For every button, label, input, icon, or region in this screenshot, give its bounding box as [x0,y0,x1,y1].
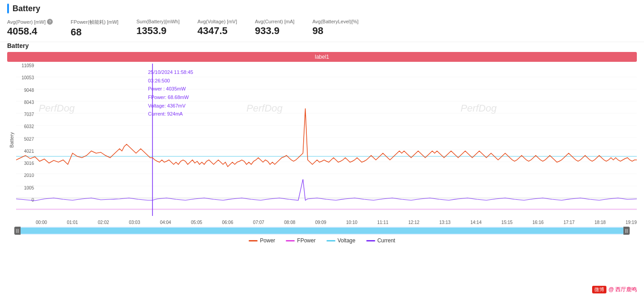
x-tick: 07:07 [253,220,264,225]
stat-value: 4347.5 [198,25,237,37]
info-icon[interactable]: ? [47,19,53,25]
y-axis-label-container: Battery [7,64,16,216]
stat-value: 98 [312,25,358,37]
stat-label: Sum(Battery)[mWh] [136,19,180,24]
x-tick: 05:05 [191,220,202,225]
scrollbar[interactable]: ||| ||| [14,227,630,235]
label-bar: label1 [7,52,637,62]
legend-label: FPower [297,237,315,244]
stat-value: 933.9 [255,25,294,37]
stat-item: Sum(Battery)[mWh]1353.9 [136,19,180,37]
x-tick: 10:10 [346,220,357,225]
chart-inner: 1105910053904880437037603250274021301620… [16,64,637,216]
x-tick: 18:18 [594,220,606,225]
stat-label: FPower(帧能耗) [mW] [71,19,119,26]
x-tick: 13:13 [439,220,450,225]
scrollbar-right-handle[interactable]: ||| [623,227,630,235]
title-accent [7,4,9,13]
x-tick: 08:08 [284,220,295,225]
x-tick: 12:12 [408,220,419,225]
weibo-watermark: 微博 @ 西厅鹿鸣 [592,286,637,293]
chart-outer: PerfDog PerfDog PerfDog Battery label1 B… [7,42,637,244]
x-tick: 19:19 [626,220,637,225]
stat-label: Avg(Power) [mW]? [7,19,53,25]
title-bar: Battery [7,4,637,13]
legend-label: Power [260,237,275,244]
stat-item: Avg(Current) [mA]933.9 [255,19,294,37]
x-tick: 02:02 [98,220,109,225]
stat-item: FPower(帧能耗) [mW]68 [71,19,119,38]
scrollbar-track[interactable] [21,228,623,234]
stats-row: Avg(Power) [mW]?4058.4FPower(帧能耗) [mW]68… [7,17,637,40]
stat-value: 1353.9 [136,25,180,37]
x-tick: 11:11 [377,220,388,225]
scrollbar-left-handle[interactable]: ||| [14,227,21,235]
header-section: Battery Avg(Power) [mW]?4058.4FPower(帧能耗… [0,0,644,42]
page: Battery Avg(Power) [mW]?4058.4FPower(帧能耗… [0,0,644,297]
legend-color [286,240,295,241]
legend-item: Voltage [326,237,356,244]
x-tick: 14:14 [470,220,482,225]
stat-item: Avg(BatteryLevel)[%]98 [312,19,358,37]
chart-svg-area: 25/10/2024 11:58:45 03:26:500 Power : 40… [16,64,637,216]
chart-legend: PowerFPowerVoltageCurrent [7,237,637,244]
legend-item: Power [249,237,275,244]
chart-wrapper: Battery 11059100539048804370376032502740… [7,64,637,216]
x-tick: 06:06 [222,220,233,225]
stat-label: Avg(BatteryLevel)[%] [312,19,358,24]
stat-value: 68 [71,26,119,38]
x-tick: 17:17 [564,220,575,225]
legend-label: Current [377,237,395,244]
chart-title: Battery [7,42,637,49]
x-tick: 04:04 [160,220,171,225]
stat-item: Avg(Voltage) [mV]4347.5 [198,19,237,37]
x-tick: 15:15 [501,220,513,225]
x-tick: 16:16 [533,220,544,225]
legend-item: Current [366,237,395,244]
x-tick: 00:00 [36,220,47,225]
page-title: Battery [13,4,40,13]
x-tick: 03:03 [129,220,140,225]
x-tick: 09:09 [315,220,326,225]
stat-label: Avg(Voltage) [mV] [198,19,237,24]
stat-label: Avg(Current) [mA] [255,19,294,24]
stat-value: 4058.4 [7,26,53,37]
x-axis: 00:0001:0102:0203:0304:0405:0506:0607:07… [36,220,637,225]
legend-label: Voltage [338,237,356,244]
legend-item: FPower [286,237,315,244]
legend-color [249,240,258,241]
legend-color [326,240,335,241]
stat-item: Avg(Power) [mW]?4058.4 [7,19,53,37]
legend-color [366,240,375,241]
x-tick: 01:01 [67,220,78,225]
y-axis-label: Battery [9,132,14,148]
chart-svg [16,64,637,216]
